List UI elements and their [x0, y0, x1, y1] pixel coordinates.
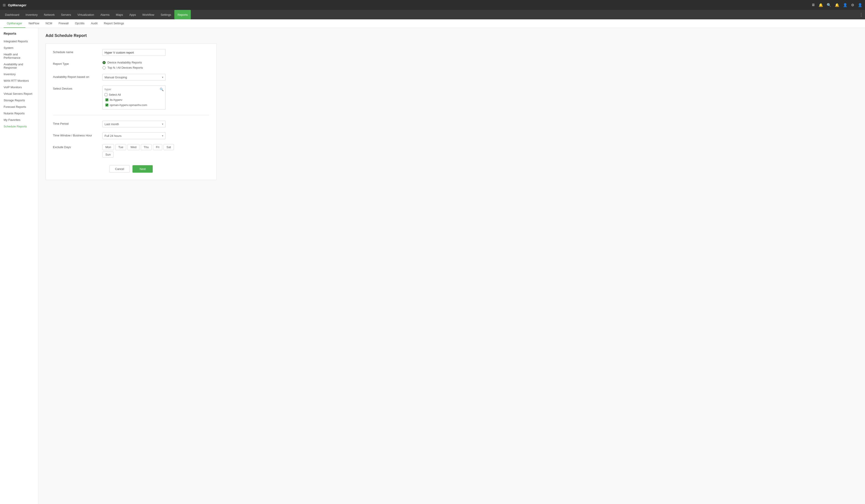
report-type-control: Device Availability Reports Top N / All …: [103, 61, 209, 69]
sidebar-item-wan-rtt[interactable]: WAN RTT Monitors: [0, 78, 38, 84]
time-window-row: Time Window / Business Hour Full 24 hour…: [53, 132, 209, 140]
layout: Reports Integrated Reports System Health…: [0, 28, 865, 504]
availability-report-row: Availability Report based on Manual Grou…: [53, 74, 209, 81]
nav-settings[interactable]: Settings: [158, 10, 174, 19]
devices-select-all: Select All: [104, 92, 163, 97]
time-period-select[interactable]: Last month Last week Last day Custom: [103, 121, 165, 127]
device-label-0: its-hyperv: [110, 98, 122, 102]
sub-nav: OpManager NetFlow NCM Firewall OpUtils A…: [0, 19, 865, 28]
day-btn-sat[interactable]: Sat: [163, 144, 174, 150]
nav-virtualization[interactable]: Virtualization: [74, 10, 97, 19]
top-bar-right: 🖥 🔔 🔍 🔔 👤 ⚙ 👤: [811, 3, 862, 7]
day-btn-fri[interactable]: Fri: [153, 144, 162, 150]
search-icon[interactable]: 🔍: [827, 3, 831, 7]
nav-workflow[interactable]: Workflow: [139, 10, 158, 19]
availability-report-label: Availability Report based on: [53, 74, 103, 79]
select-devices-label: Select Devices: [53, 85, 103, 90]
radio-device-availability-label: Device Availability Reports: [107, 61, 142, 64]
time-window-select[interactable]: Full 24 hours Business Hours: [103, 132, 165, 139]
nav-apps[interactable]: Apps: [126, 10, 139, 19]
sidebar-item-nutanix[interactable]: Nutanix Reports: [0, 110, 38, 117]
grid-icon[interactable]: ⊞: [3, 3, 5, 7]
days-row-2: Sun: [103, 152, 209, 157]
schedule-name-label: Schedule name: [53, 49, 103, 54]
select-devices-control: hyper 🔍 Select All its-hyperv: [103, 85, 209, 110]
day-btn-thu[interactable]: Thu: [141, 144, 152, 150]
radio-top-n-label: Top N / All Devices Reports: [107, 66, 143, 69]
time-period-row: Time Period Last month Last week Last da…: [53, 121, 209, 128]
nav-dashboard[interactable]: Dashboard: [2, 10, 23, 19]
devices-area: hyper 🔍 Select All its-hyperv: [103, 85, 165, 110]
availability-report-select[interactable]: Manual Grouping Automatic Grouping: [103, 74, 165, 81]
app-name: OpManager: [8, 3, 26, 7]
radio-top-n[interactable]: [103, 66, 106, 69]
device-item-1: opman-hyperv.opmanhv.com: [104, 103, 163, 108]
sidebar-item-storage[interactable]: Storage Reports: [0, 97, 38, 104]
page-title: Add Schedule Report: [46, 33, 858, 38]
report-type-device-availability[interactable]: Device Availability Reports: [103, 61, 209, 64]
subnav-report-settings[interactable]: Report Settings: [101, 19, 127, 28]
subnav-firewall[interactable]: Firewall: [55, 19, 72, 28]
day-btn-wed[interactable]: Wed: [127, 144, 139, 150]
report-type-row: Report Type Device Availability Reports …: [53, 61, 209, 69]
subnav-ncm[interactable]: NCM: [42, 19, 55, 28]
nav-network[interactable]: Network: [41, 10, 58, 19]
sidebar-item-inventory[interactable]: Inventory: [0, 71, 38, 78]
sidebar-item-favorites[interactable]: My Favorites: [0, 117, 38, 123]
select-all-checkbox[interactable]: [104, 93, 107, 96]
profile-icon[interactable]: 👤: [858, 3, 862, 7]
devices-search-row: hyper 🔍: [104, 87, 163, 91]
sidebar: Reports Integrated Reports System Health…: [0, 28, 38, 504]
sidebar-item-virtual-servers[interactable]: Virtual Servers Report: [0, 91, 38, 97]
bell-icon[interactable]: 🔔: [819, 3, 823, 7]
sidebar-item-availability-response[interactable]: Availability and Response: [0, 61, 38, 71]
sidebar-item-health-performance[interactable]: Health and Performance: [0, 51, 38, 61]
nav-reports[interactable]: Reports: [174, 10, 191, 19]
nav-maps[interactable]: Maps: [113, 10, 126, 19]
time-window-label: Time Window / Business Hour: [53, 132, 103, 137]
device-item-0: its-hyperv: [104, 97, 163, 103]
time-window-select-wrapper: Full 24 hours Business Hours ▼: [103, 132, 165, 139]
subnav-oputils[interactable]: OpUtils: [72, 19, 88, 28]
time-period-control: Last month Last week Last day Custom ▼: [103, 121, 209, 127]
devices-search-icon[interactable]: 🔍: [160, 87, 163, 91]
user-icon[interactable]: 👤: [843, 3, 847, 7]
top-bar: ⊞ OpManager 🖥 🔔 🔍 🔔 👤 ⚙ 👤: [0, 0, 865, 10]
nav-alarms[interactable]: Alarms: [97, 10, 113, 19]
alert-icon[interactable]: 🔔: [835, 3, 839, 7]
device-checkbox-0[interactable]: [105, 98, 108, 101]
next-button[interactable]: Next: [132, 165, 153, 173]
subnav-audit[interactable]: Audit: [88, 19, 101, 28]
select-all-label: Select All: [109, 93, 121, 96]
top-bar-left: ⊞ OpManager: [3, 3, 26, 7]
sidebar-item-schedule-reports[interactable]: Schedule Reports: [0, 123, 38, 130]
monitor-icon[interactable]: 🖥: [811, 3, 815, 7]
availability-report-select-wrapper: Manual Grouping Automatic Grouping ▼: [103, 74, 165, 81]
more-icon[interactable]: ⋮: [859, 12, 863, 17]
select-devices-row: Select Devices hyper 🔍 Select All: [53, 85, 209, 110]
schedule-name-input[interactable]: [103, 49, 165, 56]
cancel-button[interactable]: Cancel: [109, 165, 130, 173]
nav-inventory[interactable]: Inventory: [23, 10, 41, 19]
device-label-1: opman-hyperv.opmanhv.com: [110, 103, 147, 107]
sidebar-item-forecast[interactable]: Forecast Reports: [0, 104, 38, 110]
sidebar-item-system[interactable]: System: [0, 45, 38, 51]
nav-servers[interactable]: Servers: [58, 10, 74, 19]
report-type-top-n[interactable]: Top N / All Devices Reports: [103, 66, 209, 69]
exclude-days-row: Exclude Days Mon Tue Wed Thu Fri Sat Sun: [53, 144, 209, 159]
subnav-netflow[interactable]: NetFlow: [25, 19, 43, 28]
subnav-opmanager[interactable]: OpManager: [3, 19, 25, 28]
form-section: Schedule name Report Type Device Availab…: [46, 44, 217, 180]
day-btn-mon[interactable]: Mon: [103, 144, 114, 150]
day-btn-tue[interactable]: Tue: [115, 144, 126, 150]
sidebar-item-integrated-reports[interactable]: Integrated Reports: [0, 38, 38, 45]
gear-icon[interactable]: ⚙: [851, 3, 854, 7]
radio-device-availability[interactable]: [103, 61, 106, 64]
sidebar-item-voip[interactable]: VoIP Monitors: [0, 84, 38, 91]
day-btn-sun[interactable]: Sun: [103, 152, 114, 157]
btn-row: Cancel Next: [53, 165, 209, 173]
device-checkbox-1[interactable]: [105, 104, 108, 106]
time-period-select-wrapper: Last month Last week Last day Custom ▼: [103, 121, 165, 127]
main-content: Add Schedule Report Schedule name Report…: [38, 28, 865, 504]
time-window-control: Full 24 hours Business Hours ▼: [103, 132, 209, 139]
